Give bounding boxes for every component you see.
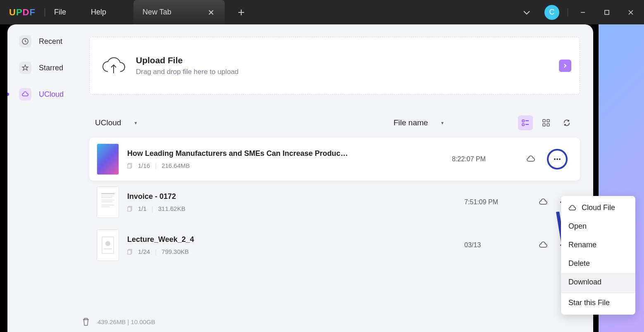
list-view-button[interactable] <box>518 115 533 130</box>
svg-rect-16 <box>101 200 114 201</box>
svg-rect-19 <box>101 206 109 207</box>
cloud-status-icon[interactable] <box>539 241 548 250</box>
storage-text: 439.26MB | 10.00GB <box>97 318 155 325</box>
svg-point-12 <box>559 158 561 160</box>
menu-help[interactable]: Help <box>91 8 106 17</box>
main-content: Upload File Drag and drop file here to u… <box>76 24 593 332</box>
star-icon <box>19 62 31 74</box>
svg-rect-0 <box>605 10 609 14</box>
file-time: 03/13 <box>464 241 539 249</box>
sidebar-label: UCloud <box>39 90 64 99</box>
file-meta: 1/1 | 311.62KB <box>127 205 464 212</box>
file-row[interactable]: Lecture_Week_2_4 1/24 | 799.30KB 03/13 <box>89 224 580 267</box>
pages-icon <box>127 249 133 255</box>
upload-expand-button[interactable] <box>559 60 571 72</box>
cloud-status-icon[interactable] <box>526 155 535 164</box>
context-menu-download[interactable]: Download <box>561 273 635 291</box>
sort-label: File name <box>394 118 428 127</box>
caret-down-icon: ▼ <box>133 121 138 125</box>
svg-rect-17 <box>101 201 113 202</box>
cloud-icon <box>568 204 577 212</box>
divider <box>568 8 568 17</box>
file-list: How Leading Manufacturers and SMEs Can I… <box>89 138 580 267</box>
sidebar: Recent Starred UCloud <box>7 24 76 332</box>
svg-rect-4 <box>543 119 545 122</box>
upload-dropzone[interactable]: Upload File Drag and drop file here to u… <box>89 37 580 95</box>
svg-rect-6 <box>543 124 545 126</box>
window-minimize-button[interactable] <box>574 5 592 20</box>
sidebar-item-starred[interactable]: Starred <box>19 62 76 74</box>
divider <box>45 8 45 17</box>
svg-rect-18 <box>101 205 114 205</box>
context-menu-rename[interactable]: Rename <box>561 236 635 254</box>
more-options-button[interactable] <box>547 149 568 170</box>
cloud-upload-icon <box>101 55 126 76</box>
file-name: Invoice - 0172 <box>127 192 350 201</box>
file-thumbnail <box>97 186 119 218</box>
svg-rect-14 <box>101 196 114 196</box>
svg-rect-7 <box>547 124 549 126</box>
sidebar-item-recent[interactable]: Recent <box>19 35 76 48</box>
tab-new-tab[interactable]: New Tab <box>133 0 225 24</box>
refresh-button[interactable] <box>559 115 574 130</box>
logo-p: P <box>16 7 23 17</box>
file-pages: 1/1 <box>138 205 147 212</box>
file-thumbnail <box>97 229 119 261</box>
svg-rect-9 <box>128 164 131 168</box>
trash-button[interactable] <box>82 317 90 326</box>
file-info: How Leading Manufacturers and SMEs Can I… <box>127 149 452 169</box>
window-maximize-button[interactable] <box>598 5 616 20</box>
svg-rect-2 <box>522 120 524 122</box>
tab-close-icon[interactable] <box>207 8 216 17</box>
file-size: 311.62KB <box>158 205 185 212</box>
active-indicator <box>7 93 9 96</box>
sort-dropdown[interactable]: File name ▼ <box>394 118 444 127</box>
file-pages: 1/16 <box>138 162 150 169</box>
sidebar-label: Starred <box>39 64 63 72</box>
svg-rect-5 <box>547 119 549 122</box>
file-info: Lecture_Week_2_4 1/24 | 799.30KB <box>127 235 464 255</box>
file-name: Lecture_Week_2_4 <box>127 235 350 244</box>
location-label: UCloud <box>95 118 121 127</box>
file-meta: 1/16 | 216.64MB <box>127 162 452 169</box>
grid-view-button[interactable] <box>539 115 554 130</box>
svg-point-26 <box>105 241 110 246</box>
menu-file[interactable]: File <box>54 8 66 17</box>
location-dropdown[interactable]: UCloud ▼ <box>95 118 138 127</box>
upload-text: Upload File Drag and drop file here to u… <box>136 55 239 76</box>
app-logo: UPDF <box>9 7 36 18</box>
svg-rect-29 <box>128 250 131 254</box>
file-time: 7:51:09 PM <box>464 198 539 206</box>
file-thumbnail <box>97 143 119 175</box>
upload-subtitle: Drag and drop file here to upload <box>136 68 239 76</box>
clock-icon <box>19 35 31 48</box>
window-close-button[interactable] <box>622 5 640 20</box>
svg-rect-15 <box>101 197 112 198</box>
file-row[interactable]: Invoice - 0172 1/1 | 311.62KB 7:51:09 PM <box>89 181 580 224</box>
file-pages: 1/24 <box>138 248 150 255</box>
svg-point-11 <box>556 158 558 160</box>
logo-d: D <box>23 7 30 17</box>
sidebar-item-ucloud[interactable]: UCloud <box>19 88 76 100</box>
context-menu-open[interactable]: Open <box>561 217 635 236</box>
chevron-down-icon[interactable] <box>520 7 533 17</box>
row-actions <box>526 149 568 170</box>
logo-u: U <box>9 7 16 17</box>
file-size: 216.64MB <box>162 162 190 169</box>
upload-title: Upload File <box>136 55 239 65</box>
context-menu-star[interactable]: Star this File <box>561 294 635 312</box>
context-menu-header: Cloud File <box>561 198 635 217</box>
cloud-status-icon[interactable] <box>539 198 548 207</box>
titlebar: UPDF File Help New Tab C <box>0 0 644 24</box>
svg-rect-27 <box>104 248 112 249</box>
svg-rect-21 <box>128 207 131 211</box>
content-area: UCloud ▼ File name ▼ <box>89 115 580 267</box>
file-size: 799.30KB <box>162 248 189 255</box>
context-menu-delete[interactable]: Delete <box>561 254 635 273</box>
file-row[interactable]: How Leading Manufacturers and SMEs Can I… <box>89 138 580 181</box>
context-menu: Cloud File Open Rename Delete Download S… <box>561 196 635 315</box>
file-meta: 1/24 | 799.30KB <box>127 248 464 255</box>
new-tab-button[interactable] <box>236 7 246 17</box>
svg-rect-13 <box>101 193 114 194</box>
user-avatar[interactable]: C <box>544 5 559 20</box>
